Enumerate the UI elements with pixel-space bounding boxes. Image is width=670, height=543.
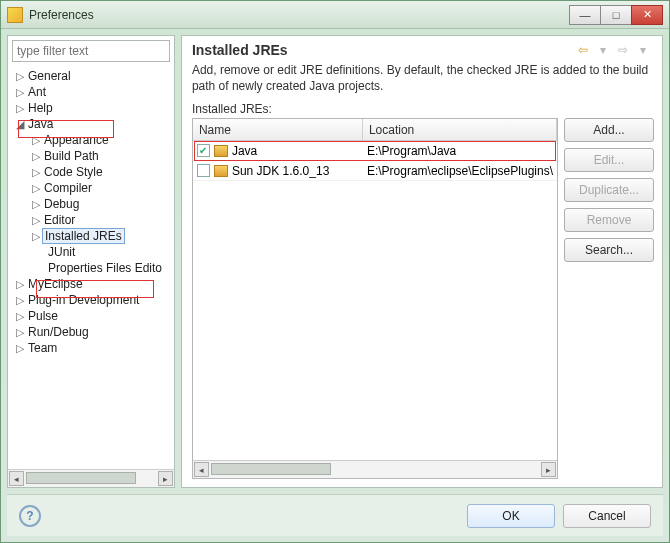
tree-item-appearance[interactable]: Appearance: [42, 133, 111, 147]
tree-item-build-path[interactable]: Build Path: [42, 149, 101, 163]
cell-location: E:\Program\Java: [367, 144, 456, 158]
expand-icon[interactable]: ▷: [30, 198, 42, 211]
col-name[interactable]: Name: [193, 119, 363, 140]
cell-name: Sun JDK 1.6.0_13: [232, 164, 329, 178]
ok-button[interactable]: OK: [467, 504, 555, 528]
expand-icon[interactable]: ▷: [14, 86, 26, 99]
expand-icon[interactable]: ▷: [14, 326, 26, 339]
tree-item-installed-jres[interactable]: Installed JREs: [42, 228, 125, 244]
tree-item-help[interactable]: Help: [26, 101, 55, 115]
expand-icon[interactable]: ▷: [14, 310, 26, 323]
cell-name: Java: [232, 144, 257, 158]
right-pane: Installed JREs ⇦ ▾ ⇨ ▾ Add, remove or ed…: [181, 35, 663, 488]
tree-item-debug[interactable]: Debug: [42, 197, 81, 211]
scroll-thumb[interactable]: [26, 472, 136, 484]
preferences-window: Preferences — □ ✕ ▷General ▷Ant ▷Help ◢J…: [0, 0, 670, 543]
tree-item-myeclipse[interactable]: MyEclipse: [26, 277, 85, 291]
nav-arrows: ⇦ ▾ ⇨ ▾: [574, 42, 652, 58]
window-title: Preferences: [29, 8, 570, 22]
jre-icon: [214, 165, 228, 177]
cell-location: E:\Program\eclipse\EclipsePlugins\: [367, 164, 553, 178]
maximize-button[interactable]: □: [600, 5, 632, 25]
scroll-right-icon[interactable]: ▸: [541, 462, 556, 477]
titlebar[interactable]: Preferences — □ ✕: [1, 1, 669, 29]
minimize-button[interactable]: —: [569, 5, 601, 25]
expand-icon[interactable]: ▷: [30, 182, 42, 195]
expand-icon[interactable]: ▷: [14, 294, 26, 307]
expand-icon[interactable]: ▷: [14, 102, 26, 115]
col-location[interactable]: Location: [363, 119, 557, 140]
client-area: ▷General ▷Ant ▷Help ◢Java ▷Appearance ▷B…: [1, 29, 669, 542]
filter-input[interactable]: [12, 40, 170, 62]
main-split: ▷General ▷Ant ▷Help ◢Java ▷Appearance ▷B…: [7, 35, 663, 488]
forward-menu-icon[interactable]: ▾: [634, 42, 652, 58]
checkbox-icon[interactable]: ✔: [197, 144, 210, 157]
checkbox-icon[interactable]: [197, 164, 210, 177]
duplicate-button[interactable]: Duplicate...: [564, 178, 654, 202]
search-button[interactable]: Search...: [564, 238, 654, 262]
window-controls: — □ ✕: [570, 5, 663, 25]
table-row[interactable]: Sun JDK 1.6.0_13 E:\Program\eclipse\Ecli…: [193, 161, 557, 181]
remove-button[interactable]: Remove: [564, 208, 654, 232]
expand-icon[interactable]: ▷: [30, 166, 42, 179]
expand-icon[interactable]: ▷: [14, 278, 26, 291]
app-icon: [7, 7, 23, 23]
expand-icon[interactable]: ▷: [30, 150, 42, 163]
expand-icon[interactable]: ▷: [14, 70, 26, 83]
help-icon[interactable]: ?: [19, 505, 41, 527]
tree-item-compiler[interactable]: Compiler: [42, 181, 94, 195]
back-menu-icon[interactable]: ▾: [594, 42, 612, 58]
expand-icon[interactable]: ▷: [30, 230, 42, 243]
forward-icon[interactable]: ⇨: [614, 42, 632, 58]
tree-item-editor[interactable]: Editor: [42, 213, 77, 227]
back-icon[interactable]: ⇦: [574, 42, 592, 58]
table-header: Name Location: [193, 119, 557, 141]
tree-item-code-style[interactable]: Code Style: [42, 165, 105, 179]
scroll-thumb[interactable]: [211, 463, 331, 475]
table-row[interactable]: ✔ Java E:\Program\Java: [193, 141, 557, 161]
expand-icon[interactable]: ▷: [30, 214, 42, 227]
tree-item-run-debug[interactable]: Run/Debug: [26, 325, 91, 339]
preference-tree[interactable]: ▷General ▷Ant ▷Help ◢Java ▷Appearance ▷B…: [8, 66, 174, 358]
tree-item-plugin-dev[interactable]: Plug-in Development: [26, 293, 141, 307]
tree-item-team[interactable]: Team: [26, 341, 59, 355]
expand-icon[interactable]: ▷: [30, 134, 42, 147]
left-pane: ▷General ▷Ant ▷Help ◢Java ▷Appearance ▷B…: [7, 35, 175, 488]
tree-item-ant[interactable]: Ant: [26, 85, 48, 99]
list-label: Installed JREs:: [182, 102, 662, 118]
tree-horizontal-scrollbar[interactable]: ◂ ▸: [8, 469, 174, 487]
cancel-button[interactable]: Cancel: [563, 504, 651, 528]
footer: ? OK Cancel: [7, 494, 663, 536]
close-button[interactable]: ✕: [631, 5, 663, 25]
tree-item-junit[interactable]: JUnit: [46, 245, 77, 259]
scroll-right-icon[interactable]: ▸: [158, 471, 173, 486]
jre-icon: [214, 145, 228, 157]
collapse-icon[interactable]: ◢: [14, 118, 26, 131]
jre-table[interactable]: Name Location ✔ Java E:\Program\Java: [192, 118, 558, 479]
scroll-left-icon[interactable]: ◂: [9, 471, 24, 486]
expand-icon[interactable]: ▷: [14, 342, 26, 355]
page-title: Installed JREs: [192, 42, 574, 58]
table-horizontal-scrollbar[interactable]: ◂ ▸: [193, 460, 557, 478]
tree-item-java[interactable]: Java: [26, 117, 55, 131]
button-column: Add... Edit... Duplicate... Remove Searc…: [564, 118, 654, 479]
tree-item-properties-files-editor[interactable]: Properties Files Edito: [46, 261, 164, 275]
page-description: Add, remove or edit JRE definitions. By …: [182, 62, 662, 102]
scroll-left-icon[interactable]: ◂: [194, 462, 209, 477]
tree-item-general[interactable]: General: [26, 69, 73, 83]
add-button[interactable]: Add...: [564, 118, 654, 142]
tree-item-pulse[interactable]: Pulse: [26, 309, 60, 323]
edit-button[interactable]: Edit...: [564, 148, 654, 172]
